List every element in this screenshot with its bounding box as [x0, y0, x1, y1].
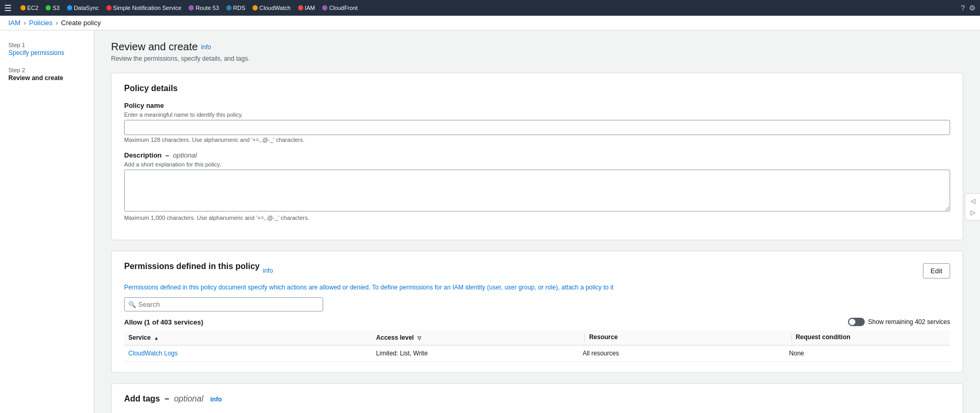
service-link-cloudwatch[interactable]: CloudWatch Logs [128, 350, 178, 357]
nav-item-cloudfront[interactable]: CloudFront [320, 4, 360, 12]
desc-optional-label: optional [173, 151, 197, 159]
tags-optional-label: optional [174, 394, 203, 403]
main-layout: Step 1 Specify permissions Step 2 Review… [0, 30, 980, 413]
table-row: CloudWatch Logs Limited: List, Write All… [124, 345, 950, 362]
cell-resource: All resources [578, 345, 785, 362]
policy-details-title: Policy details [124, 84, 950, 93]
tags-section: Add tags – optional info Tags are key-va… [111, 383, 963, 413]
permissions-info-link[interactable]: info [263, 267, 273, 274]
hamburger-menu[interactable]: ☰ [4, 3, 12, 13]
policy-desc-char-limit: Maximum 1,000 characters. Use alphanumer… [124, 215, 950, 221]
right-icon-bottom[interactable]: ▷ [967, 207, 978, 218]
breadcrumb-iam[interactable]: IAM [8, 19, 20, 27]
nav-item-rds[interactable]: RDS [224, 4, 248, 12]
sidebar-step-2: Step 2 Review and create [0, 64, 94, 85]
sort-icon-access: ▽ [417, 336, 421, 341]
policy-desc-textarea[interactable] [124, 170, 950, 211]
toggle-row: Show remaining 402 services [848, 318, 950, 326]
topbar: ☰ EC2 S3 DataSync Simple Notification Se… [0, 0, 980, 16]
col-condition: Request condition [785, 330, 950, 345]
tags-title: Add tags – optional info [124, 394, 950, 404]
show-services-toggle[interactable] [848, 318, 865, 326]
sidebar-specify-permissions-link[interactable]: Specify permissions [8, 49, 64, 57]
policy-name-hint: Enter a meaningful name to identify this… [124, 111, 950, 118]
cell-service: CloudWatch Logs [124, 345, 372, 362]
col-access[interactable]: Access level ▽ [372, 330, 578, 345]
tags-info-link[interactable]: info [211, 396, 222, 403]
page-title: Review and create [111, 41, 198, 53]
sidebar-step-2-label: Step 2 [8, 67, 85, 73]
settings-icon[interactable]: ⚙ [969, 4, 976, 12]
policy-name-input[interactable] [124, 120, 950, 135]
search-icon: 🔍 [128, 301, 136, 308]
search-input[interactable] [124, 297, 323, 311]
sidebar-review-create: Review and create [8, 74, 85, 82]
permissions-table: Service ▲ Access level ▽ Resource [124, 330, 950, 362]
breadcrumb: IAM › Policies › Create policy [0, 16, 980, 30]
permissions-header: Permissions defined in this policy info … [124, 262, 950, 280]
policy-name-label: Policy name [124, 102, 950, 109]
permissions-section: Permissions defined in this policy info … [111, 251, 963, 373]
sort-icon-service: ▲ [154, 336, 159, 341]
permissions-title-row: Permissions defined in this policy info [124, 262, 273, 280]
sidebar-step-1: Step 1 Specify permissions [0, 39, 94, 60]
cell-access: Limited: List, Write [372, 345, 578, 362]
search-box-wrap: 🔍 [124, 297, 323, 311]
policy-details-section: Policy details Policy name Enter a meani… [111, 73, 963, 240]
edit-button[interactable]: Edit [923, 263, 950, 278]
nav-item-iam[interactable]: IAM [295, 4, 318, 12]
policy-name-group: Policy name Enter a meaningful name to i… [124, 102, 950, 143]
allow-header-row: Allow (1 of 403 services) Show remaining… [124, 318, 950, 326]
page-header: Review and create info [111, 41, 963, 53]
nav-item-sns[interactable]: Simple Notification Service [104, 4, 184, 12]
policy-name-char-limit: Maximum 128 characters. Use alphanumeric… [124, 137, 950, 143]
nav-item-cloudwatch[interactable]: CloudWatch [250, 4, 293, 12]
nav-item-route53[interactable]: Route 53 [186, 4, 222, 12]
policy-desc-group: Description – optional Add a short expla… [124, 151, 950, 221]
sidebar-step-1-label: Step 1 [8, 42, 85, 48]
permissions-desc: Permissions defined in this policy docum… [124, 284, 950, 291]
policy-desc-hint: Add a short explanation for this policy. [124, 161, 950, 168]
nav-item-datasync[interactable]: DataSync [64, 4, 102, 12]
content-area: Review and create info Review the permis… [94, 30, 980, 413]
sidebar: Step 1 Specify permissions Step 2 Review… [0, 30, 94, 413]
right-icon-top[interactable]: ◁ [967, 196, 978, 206]
question-icon[interactable]: ? [961, 4, 965, 12]
col-resource: Resource [578, 330, 785, 345]
nav-item-s3[interactable]: S3 [43, 4, 62, 12]
breadcrumb-policies[interactable]: Policies [29, 19, 52, 27]
page-info-link[interactable]: info [201, 43, 211, 51]
breadcrumb-sep-1: › [24, 19, 26, 27]
policy-desc-label: Description – optional [124, 151, 950, 159]
toggle-label: Show remaining 402 services [868, 318, 950, 326]
breadcrumb-current: Create policy [61, 19, 101, 27]
page-subtitle: Review the permissions, specify details,… [111, 55, 963, 62]
permissions-title: Permissions defined in this policy [124, 262, 260, 271]
breadcrumb-sep-2: › [56, 19, 58, 27]
right-icons-panel: ◁ ▷ [965, 193, 980, 220]
col-service[interactable]: Service ▲ [124, 330, 372, 345]
cell-condition: None [785, 345, 950, 362]
allow-title: Allow (1 of 403 services) [124, 318, 203, 326]
nav-item-ec2[interactable]: EC2 [18, 4, 41, 12]
